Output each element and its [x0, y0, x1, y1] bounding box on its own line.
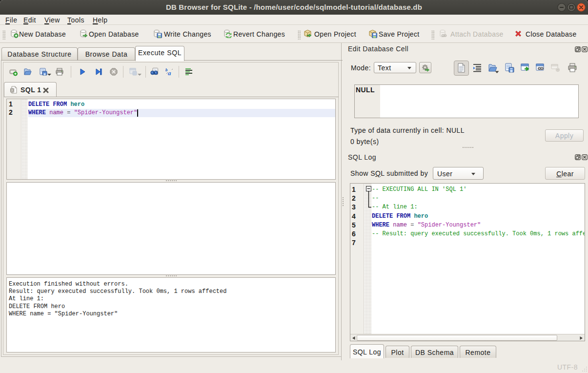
- svg-text:a: a: [168, 69, 171, 76]
